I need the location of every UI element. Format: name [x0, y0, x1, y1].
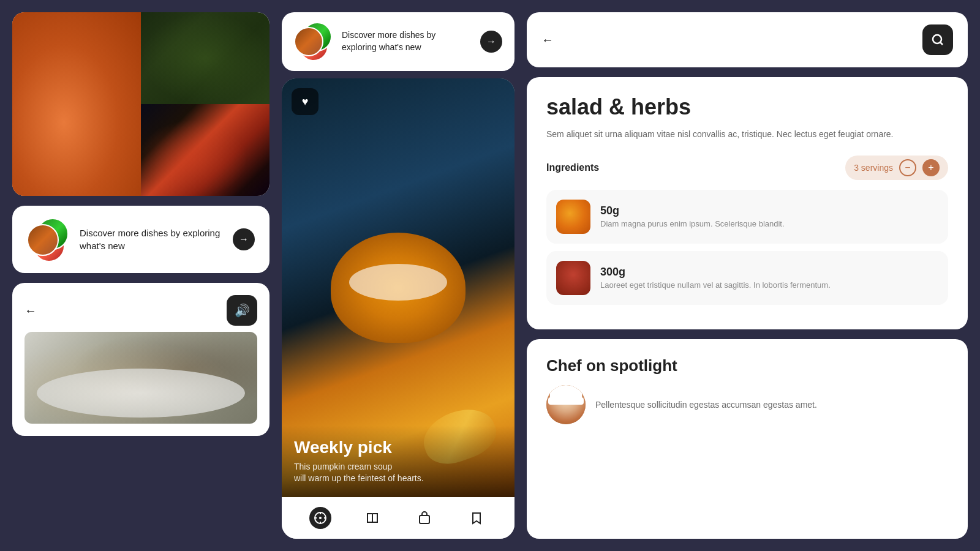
svg-point-3 — [933, 35, 941, 43]
recipe-description: Sem aliquet sit urna aliquam vitae nisl … — [546, 127, 948, 141]
chef-description: Pellentesque sollicitudin egestas accums… — [595, 399, 817, 411]
svg-rect-2 — [420, 515, 429, 523]
weekly-pick-title: Weekly pick — [294, 438, 502, 457]
center-arrow-button[interactable]: → — [480, 31, 502, 53]
ingredient-amount-1: 50g — [600, 204, 785, 217]
servings-control: 3 servings − + — [845, 156, 948, 180]
search-button[interactable] — [922, 24, 953, 55]
ingredient-details-2: 300g Laoreet eget tristique nullam vel a… — [600, 266, 831, 291]
ingredient-amount-2: 300g — [600, 266, 831, 279]
center-panel: Discover more dishes by exploring what's… — [282, 12, 514, 539]
servings-minus-button[interactable]: − — [899, 159, 916, 176]
bottom-nav-bar — [282, 497, 514, 539]
back-button-left[interactable]: ← — [24, 304, 37, 318]
nav-book[interactable] — [361, 507, 383, 529]
bottom-left-card: ← 🔊 — [12, 283, 270, 436]
ingredients-label: Ingredients — [546, 162, 599, 173]
chef-avatar — [546, 385, 586, 424]
ingredient-desc-2: Laoreet eget tristique nullam vel at sag… — [600, 280, 831, 291]
left-panel: Discover more dishes by exploring what's… — [12, 12, 270, 539]
chef-title: Chef on spotlight — [546, 356, 948, 375]
food-image-carrots — [12, 12, 141, 196]
recipe-title: salad & herbs — [546, 94, 948, 120]
dish-stack-icon — [27, 218, 70, 261]
sound-button[interactable]: 🔊 — [227, 295, 257, 326]
soup-cream — [349, 264, 447, 301]
orange-fruit-icon — [556, 200, 590, 234]
discover-arrow-button[interactable]: → — [233, 228, 255, 250]
main-recipe-card: ♥ Weekly pick This pumpkin cream soupwil… — [282, 78, 514, 539]
center-dish-stack — [294, 22, 333, 61]
nav-compass[interactable] — [309, 507, 331, 529]
card-bottom-overlay: Weekly pick This pumpkin cream soupwill … — [282, 425, 514, 497]
nav-bag[interactable] — [413, 507, 435, 529]
discover-card-left: Discover more dishes by exploring what's… — [12, 206, 270, 273]
servings-plus-button[interactable]: + — [922, 159, 940, 176]
ingredient-item-2: 300g Laoreet eget tristique nullam vel a… — [546, 251, 948, 305]
sound-icon: 🔊 — [235, 303, 250, 318]
octopus-seafood-icon — [556, 261, 590, 295]
right-panel: ← salad & herbs Sem aliquet sit urna ali… — [527, 12, 968, 539]
search-card: ← — [527, 12, 968, 67]
favorite-button[interactable]: ♥ — [292, 88, 318, 115]
recipe-card: salad & herbs Sem aliquet sit urna aliqu… — [527, 77, 968, 329]
svg-point-1 — [319, 517, 322, 519]
ingredient-desc-1: Diam magna purus enim ipsum. Scelerisque… — [600, 219, 785, 230]
center-discover-label: Discover more dishes by exploring what's… — [342, 29, 472, 53]
nav-bookmark[interactable] — [466, 507, 488, 529]
food-preview-image — [24, 332, 257, 424]
soup-image: ♥ Weekly pick This pumpkin cream soupwil… — [282, 78, 514, 497]
ingredient-icon-orange — [556, 200, 590, 234]
chef-info-row: Pellentesque sollicitudin egestas accums… — [546, 385, 948, 424]
servings-text: 3 servings — [854, 163, 893, 173]
heart-icon: ♥ — [302, 96, 309, 108]
discover-text: Discover more dishes by exploring what's… — [80, 227, 223, 252]
food-image-pasta — [141, 104, 270, 196]
ingredient-item-1: 50g Diam magna purus enim ipsum. Sceleri… — [546, 190, 948, 244]
food-image-avocado — [141, 12, 270, 104]
ingredients-row: Ingredients 3 servings − + — [546, 156, 948, 180]
center-dish-circle-1 — [294, 27, 323, 56]
discover-label: Discover more dishes by exploring what's… — [80, 227, 223, 252]
center-discover-text: Discover more dishes by exploring what's… — [342, 29, 472, 53]
dish-circle-1 — [27, 224, 59, 256]
soup-bowl — [331, 233, 466, 343]
ingredient-icon-octopus — [556, 261, 590, 295]
food-grid-card — [12, 12, 270, 196]
discover-card-center: Discover more dishes by exploring what's… — [282, 12, 514, 71]
weekly-pick-description: This pumpkin cream soupwill warm up the … — [294, 461, 502, 485]
search-back-button[interactable]: ← — [541, 33, 554, 47]
chef-card: Chef on spotlight Pellentesque sollicitu… — [527, 339, 968, 539]
ingredient-details-1: 50g Diam magna purus enim ipsum. Sceleri… — [600, 204, 785, 230]
